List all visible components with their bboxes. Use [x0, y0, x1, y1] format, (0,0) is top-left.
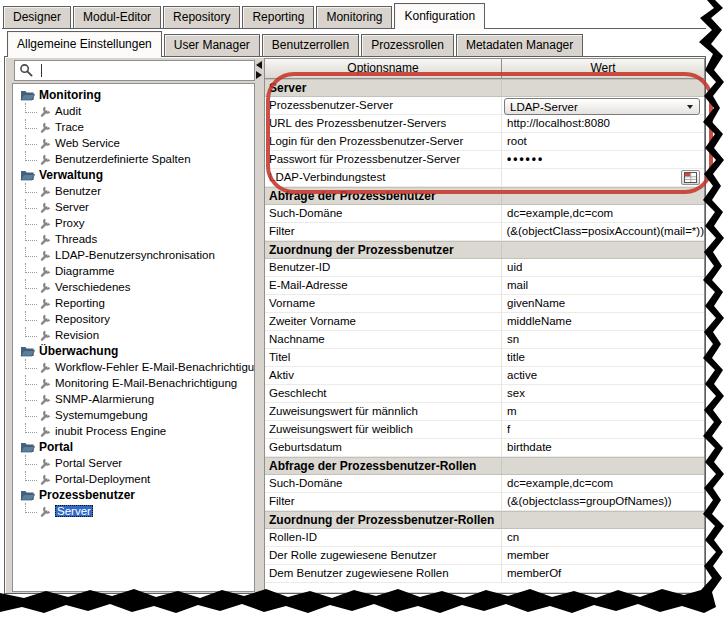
tree-item-snmp-alarmierung[interactable]: SNMP-Alarmierung: [13, 391, 254, 407]
tree-connector: [25, 247, 37, 257]
ldap-verbindungstest-button[interactable]: [681, 170, 700, 185]
tree-connector: [25, 327, 37, 337]
option-name: Zuweisungswert für männlich: [265, 403, 502, 421]
tree-item-label: Portal-Deployment: [55, 473, 150, 485]
tree-item-monitoring-e-mail-benachrichtigung[interactable]: Monitoring E-Mail-Benachrichtigung: [13, 375, 254, 391]
tab-reporting[interactable]: Reporting: [242, 6, 314, 28]
tree-item-revision[interactable]: Revision: [13, 327, 254, 343]
tree-folder-monitoring[interactable]: Monitoring: [13, 87, 254, 103]
option-name: Titel: [265, 349, 502, 367]
option-value-cell[interactable]: birthdate: [502, 439, 704, 457]
tree-item-server[interactable]: Server: [13, 199, 254, 215]
wrench-icon: [39, 249, 52, 262]
tree-item-audit[interactable]: Audit: [13, 103, 254, 119]
option-value-cell[interactable]: cn: [502, 529, 704, 547]
tree-item-inubit-process-engine[interactable]: inubit Process Engine: [13, 423, 254, 439]
option-value-cell[interactable]: mail: [502, 277, 704, 295]
option-value-cell[interactable]: ••••••: [502, 151, 704, 169]
search-input[interactable]: [55, 62, 254, 81]
section-row-zuordnung-der-prozessbenutzer: Zuordnung der Prozessbenutzer: [265, 241, 704, 259]
tab-label: Konfiguration: [404, 9, 475, 23]
option-value-cell[interactable]: m: [502, 403, 704, 421]
tab-user-manager[interactable]: User Manager: [164, 34, 260, 56]
tab-repository[interactable]: Repository: [163, 6, 240, 28]
option-value-cell[interactable]: http://localhost:8080: [502, 115, 704, 133]
option-value-cell[interactable]: LDAP-Server: [502, 97, 704, 115]
collapse-right-icon[interactable]: [256, 71, 262, 79]
tab-benutzerrollen[interactable]: Benutzerrollen: [262, 34, 359, 56]
tree-item-reporting[interactable]: Reporting: [13, 295, 254, 311]
tree-connector: [25, 119, 37, 129]
wrench-icon: [39, 217, 52, 230]
option-value-cell: [502, 242, 704, 258]
option-row-filter: Filter(&(objectClass=posixAccount)(mail=…: [265, 223, 704, 241]
tree-connector: [25, 455, 37, 465]
collapse-left-icon[interactable]: [256, 61, 262, 69]
tree-search-box[interactable]: [14, 60, 255, 81]
tree-item-label: Benutzerdefinierte Spalten: [55, 153, 191, 165]
tree-item-verschiedenes[interactable]: Verschiedenes: [13, 279, 254, 295]
tree-folder-prozessbenutzer[interactable]: Prozessbenutzer: [13, 487, 254, 503]
tree-item-proxy[interactable]: Proxy: [13, 215, 254, 231]
prozessbenutzer-server-dropdown[interactable]: LDAP-Server: [504, 98, 700, 115]
option-value-cell[interactable]: sn: [502, 331, 704, 349]
option-value-cell[interactable]: root: [502, 133, 704, 151]
option-value-cell[interactable]: [502, 169, 704, 187]
tree-item-repository[interactable]: Repository: [13, 311, 254, 327]
tree-item-systemumgebung[interactable]: Systemumgebung: [13, 407, 254, 423]
tab-metadaten-manager[interactable]: Metadaten Manager: [456, 34, 583, 56]
tree-item-portal-deployment[interactable]: Portal-Deployment: [13, 471, 254, 487]
option-name: Dem Benutzer zugewiesene Rollen: [265, 565, 502, 583]
option-name: Zweiter Vorname: [265, 313, 502, 331]
option-value-cell[interactable]: givenName: [502, 295, 704, 313]
option-value-cell[interactable]: dc=example,dc=com: [502, 475, 704, 493]
option-value: title: [507, 351, 525, 363]
tree-item-ldap-benutzersynchronisation[interactable]: LDAP-Benutzersynchronisation: [13, 247, 254, 263]
tree-item-trace[interactable]: Trace: [13, 119, 254, 135]
tree-item-diagramme[interactable]: Diagramme: [13, 263, 254, 279]
option-value-cell[interactable]: middleName: [502, 313, 704, 331]
option-value-cell[interactable]: (&(objectClass=posixAccount)(mail=*)): [502, 223, 704, 241]
splitter[interactable]: [256, 59, 262, 81]
option-value: http://localhost:8080: [507, 117, 610, 129]
tabstrip-secondary: Allgemeine EinstellungenUser ManagerBenu…: [7, 31, 585, 57]
tree-item-workflow-fehler-e-mail-benachrichtigung[interactable]: Workflow-Fehler E-Mail-Benachrichtigung: [13, 359, 254, 375]
tree-item-server[interactable]: Server: [13, 503, 254, 519]
tree-item-label: Diagramme: [55, 265, 114, 277]
column-header-optionsname[interactable]: Optionsname: [265, 59, 502, 79]
option-value-cell[interactable]: memberOf: [502, 565, 704, 583]
tab-allgemeine-einstellungen[interactable]: Allgemeine Einstellungen: [7, 31, 162, 57]
option-value-cell[interactable]: member: [502, 547, 704, 565]
tab-prozessrollen[interactable]: Prozessrollen: [361, 34, 454, 56]
tree-folder-verwaltung[interactable]: Verwaltung: [13, 167, 254, 183]
wrench-icon: [39, 505, 52, 518]
tab-designer[interactable]: Designer: [3, 6, 71, 28]
option-row-url-des-prozessbenutzer-servers: URL des Prozessbenutzer-Servershttp://lo…: [265, 115, 704, 133]
tab-modul-editor[interactable]: Modul-Editor: [73, 6, 161, 28]
wrench-icon: [39, 137, 52, 150]
option-row-ldap-verbindungstest: LDAP-Verbindungstest: [265, 169, 704, 187]
option-value-cell[interactable]: (&(objectclass=groupOfNames)): [502, 493, 704, 511]
option-value-cell[interactable]: uid: [502, 259, 704, 277]
option-value-cell[interactable]: active: [502, 367, 704, 385]
wrench-icon: [39, 201, 52, 214]
tab-monitoring[interactable]: Monitoring: [316, 6, 392, 28]
tree-item-web-service[interactable]: Web Service: [13, 135, 254, 151]
tree-folder-portal[interactable]: Portal: [13, 439, 254, 455]
option-value: birthdate: [507, 441, 552, 453]
option-value-cell[interactable]: sex: [502, 385, 704, 403]
column-header-wert[interactable]: Wert: [502, 59, 704, 79]
option-value-cell[interactable]: dc=example,dc=com: [502, 205, 704, 223]
tree-item-benutzer[interactable]: Benutzer: [13, 183, 254, 199]
tree-item-threads[interactable]: Threads: [13, 231, 254, 247]
tree-folder-berwachung[interactable]: Überwachung: [13, 343, 254, 359]
option-name: Such-Domäne: [265, 205, 502, 223]
tree-item-portal-server[interactable]: Portal Server: [13, 455, 254, 471]
option-value-cell[interactable]: title: [502, 349, 704, 367]
open-folder-icon: [20, 169, 35, 181]
tree-item-benutzerdefinierte-spalten[interactable]: Benutzerdefinierte Spalten: [13, 151, 254, 167]
tree-item-label: SNMP-Alarmierung: [55, 393, 154, 405]
option-value: (&(objectclass=groupOfNames)): [507, 495, 672, 507]
option-value-cell[interactable]: f: [502, 421, 704, 439]
tab-konfiguration[interactable]: Konfiguration: [394, 3, 485, 29]
